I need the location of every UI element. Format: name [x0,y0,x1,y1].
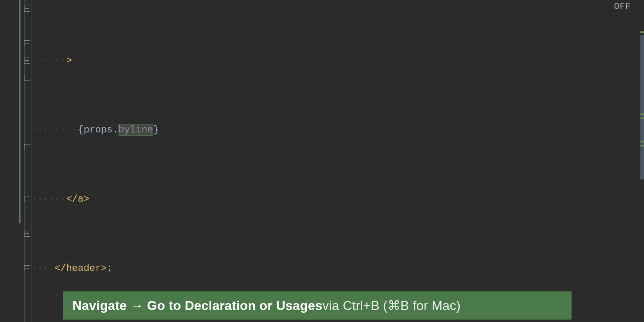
brace-close: } [153,124,159,135]
byline-prop-usage: byline [118,124,153,135]
expr-props: props. [84,124,118,135]
fold-toggle[interactable] [0,69,31,87]
jsx-tag-close: > [66,55,72,66]
semicolon: ; [107,263,112,274]
brace-open: { [78,124,83,135]
rail-marker[interactable] [640,141,644,142]
close-a-open: </ [66,194,78,204]
tip-banner-rest: via Ctrl+B (⌘B for Mac) [322,298,460,313]
close-header-open: </ [55,263,66,274]
fold-toggle[interactable] [0,225,31,242]
fold-toggle[interactable] [0,138,31,156]
fold-toggle[interactable] [0,260,31,277]
vcs-change-mark [19,0,21,223]
rail-marker[interactable] [640,114,644,115]
fold-toggle[interactable] [0,52,31,69]
right-rail[interactable] [638,0,644,322]
a-tag: a [78,194,83,204]
scrollbar-thumb[interactable] [640,35,644,180]
rail-marker[interactable] [640,118,644,119]
gutter[interactable] [0,0,31,322]
fold-toggle[interactable] [0,35,31,52]
header-tag: header [66,263,101,274]
close-header-end: > [101,263,107,274]
fold-toggle[interactable] [0,0,31,17]
tip-banner-title: Navigate → Go to Declaration or Usages [72,298,322,313]
code-block: ······> ········{props.byline} ······</a… [31,0,638,322]
tip-banner: Navigate → Go to Declaration or Usages v… [63,291,572,320]
fold-toggle[interactable] [0,190,31,208]
code-editor[interactable]: OFF ······> ········{props.byline} ·····… [0,0,644,322]
rail-marker[interactable] [640,31,644,33]
code-area[interactable]: OFF ······> ········{props.byline} ·····… [31,0,638,322]
close-a-end: > [84,194,89,204]
rail-marker[interactable] [640,145,644,147]
